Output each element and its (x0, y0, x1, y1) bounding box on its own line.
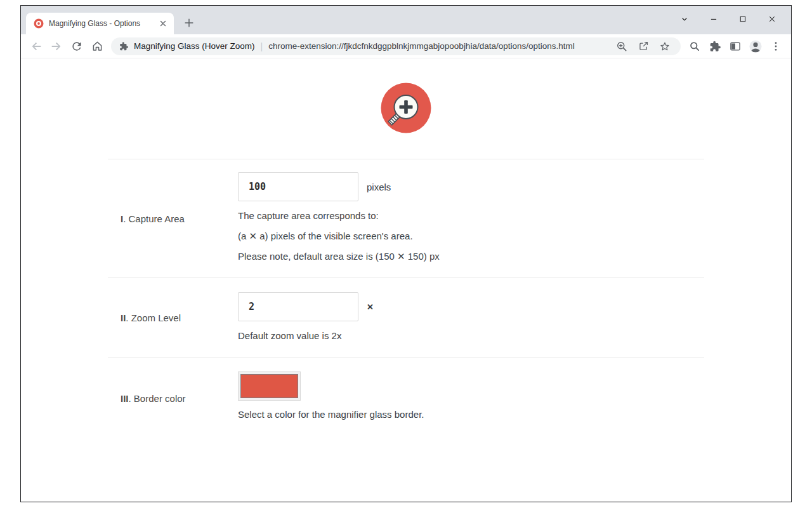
border-color-label: III. Border color (108, 393, 238, 404)
section-capture-area: I. Capture Area pixels The capture area … (108, 159, 704, 277)
border-color-numeral: III (121, 393, 129, 404)
section-border-color: III. Border color Select a color for the… (108, 357, 704, 439)
profile-avatar[interactable] (745, 36, 766, 57)
zoom-level-description: Default zoom value is 2x (238, 330, 704, 342)
search-icon (688, 40, 701, 53)
window-controls (670, 10, 787, 29)
browser-window: Magnifying Glass - Options (20, 5, 792, 502)
zoom-level-input[interactable] (238, 292, 358, 321)
capture-area-description-2: (a ✕ a) pixels of the visible screen's a… (238, 230, 704, 242)
back-arrow-icon (29, 39, 43, 53)
reload-icon (70, 40, 83, 53)
new-tab-button[interactable] (180, 14, 198, 32)
tab-strip: Magnifying Glass - Options (21, 6, 791, 34)
side-panel-button[interactable] (725, 36, 745, 57)
desktop-background: Magnifying Glass - Options (0, 0, 812, 508)
capture-area-description-3: Please note, default area size is (150 ✕… (238, 250, 704, 262)
extension-favicon-icon (34, 18, 44, 29)
tab-title: Magnifying Glass - Options (49, 19, 157, 28)
border-color-swatch-value (240, 374, 298, 398)
tab-close-icon[interactable] (157, 18, 169, 29)
tab-search-chevron-down-icon[interactable] (670, 10, 699, 29)
address-separator: | (261, 41, 263, 51)
search-button[interactable] (684, 36, 705, 57)
extension-puzzle-icon (119, 41, 129, 51)
extensions-button[interactable] (705, 36, 725, 57)
extensions-puzzle-icon (709, 40, 721, 53)
side-panel-icon (729, 40, 742, 53)
minimize-button[interactable] (699, 10, 728, 29)
reload-button[interactable] (67, 36, 87, 57)
extension-name-text: Magnifying Glass (Hover Zoom) (134, 41, 255, 51)
close-window-button[interactable] (757, 10, 787, 29)
bookmark-star-icon[interactable] (657, 38, 673, 55)
magnifier-plus-logo-icon (381, 83, 431, 133)
capture-area-label: I. Capture Area (108, 213, 238, 224)
border-color-picker[interactable] (238, 371, 301, 401)
options-page: I. Capture Area pixels The capture area … (21, 58, 791, 502)
address-url-text: chrome-extension://fjkdcfnkdggpblnkjmmga… (268, 41, 608, 51)
zoom-in-icon[interactable] (613, 38, 630, 55)
forward-arrow-icon (49, 39, 63, 53)
profile-icon (748, 39, 763, 54)
maximize-button[interactable] (728, 10, 757, 29)
zoom-multiplier-x-icon: ✕ (367, 302, 374, 312)
browser-toolbar: Magnifying Glass (Hover Zoom) | chrome-e… (21, 34, 791, 58)
capture-area-unit-label: pixels (367, 182, 391, 192)
tab-magnifying-glass-options[interactable]: Magnifying Glass - Options (26, 13, 174, 34)
three-dot-menu-icon (769, 40, 782, 53)
zoom-level-label: II. Zoom Level (108, 312, 238, 323)
extension-logo (108, 58, 704, 159)
address-bar[interactable]: Magnifying Glass (Hover Zoom) | chrome-e… (111, 37, 681, 55)
section-zoom-level: II. Zoom Level ✕ Default zoom value is 2… (108, 277, 704, 357)
capture-area-description-1: The capture area corresponds to: (238, 210, 704, 222)
browser-menu-button[interactable] (766, 36, 786, 57)
forward-button[interactable] (46, 36, 67, 57)
home-button[interactable] (87, 36, 107, 57)
capture-area-input[interactable] (238, 172, 358, 201)
border-color-description: Select a color for the magnifier glass b… (238, 408, 704, 420)
back-button[interactable] (26, 36, 46, 57)
share-icon[interactable] (635, 38, 652, 55)
home-icon (91, 39, 104, 53)
